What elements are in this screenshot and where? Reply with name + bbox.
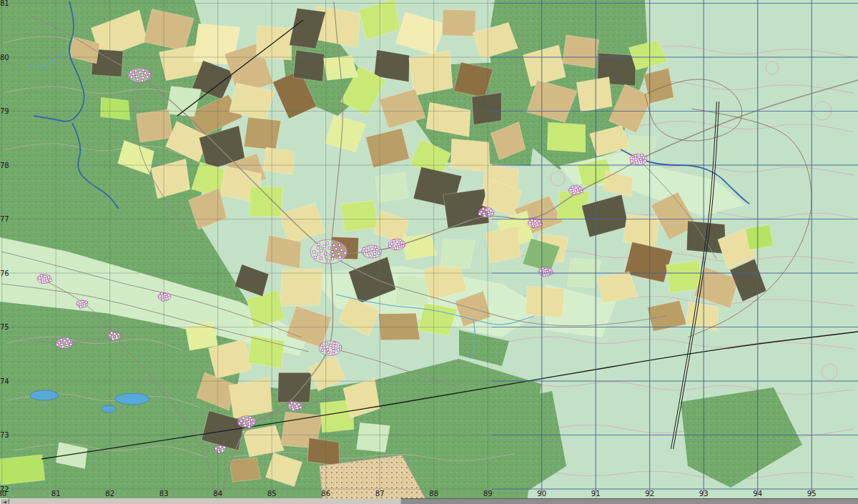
field-parcel <box>485 226 520 263</box>
building <box>296 407 298 409</box>
building <box>46 280 48 282</box>
field-parcel <box>340 201 378 232</box>
horizontal-scrollbar[interactable]: ◄ <box>0 498 858 504</box>
building <box>112 338 114 340</box>
building <box>84 305 86 307</box>
building <box>332 254 334 256</box>
building <box>371 248 373 250</box>
northing-label: 74 <box>0 377 9 385</box>
building <box>248 420 250 423</box>
scrollbar-thumb[interactable] <box>400 498 858 504</box>
field-parcel <box>746 224 774 249</box>
building <box>491 212 493 214</box>
field-parcel <box>230 458 261 482</box>
building <box>363 252 365 255</box>
building <box>490 209 492 212</box>
building <box>369 255 371 257</box>
field-parcel <box>185 322 217 350</box>
building <box>141 74 143 76</box>
building <box>642 157 644 159</box>
village-outline <box>319 341 342 356</box>
building <box>328 247 330 249</box>
building <box>167 294 169 296</box>
field-parcel <box>395 275 430 306</box>
northing-label: 77 <box>0 215 9 223</box>
building <box>82 301 84 303</box>
building <box>248 425 250 428</box>
building <box>330 344 332 346</box>
building <box>335 345 337 347</box>
building <box>66 338 69 340</box>
building <box>636 162 638 164</box>
building <box>365 250 368 252</box>
building <box>571 186 573 188</box>
building <box>376 249 378 251</box>
building <box>135 76 137 78</box>
building <box>332 350 335 352</box>
scrollbar-left-arrow-button[interactable]: ◄ <box>0 498 9 504</box>
easting-label: 94 <box>753 490 762 498</box>
field-parcel <box>101 97 130 120</box>
building <box>332 352 334 355</box>
building <box>320 344 322 346</box>
building <box>332 347 334 349</box>
building <box>80 306 82 308</box>
northing-label: 80 <box>0 54 9 61</box>
field-parcel <box>293 50 325 81</box>
building <box>482 208 484 210</box>
building <box>577 191 579 193</box>
northing-label: 78 <box>0 162 9 169</box>
building <box>373 250 375 252</box>
building <box>252 422 255 424</box>
building <box>640 158 642 160</box>
building <box>223 446 225 448</box>
building <box>40 275 42 277</box>
village-outline <box>128 68 151 83</box>
building <box>294 402 296 405</box>
building <box>573 192 575 194</box>
building <box>246 418 248 420</box>
building <box>134 70 137 72</box>
building <box>575 187 577 189</box>
building <box>339 256 341 258</box>
building <box>132 74 134 76</box>
field-parcel <box>249 187 282 217</box>
building <box>399 239 401 242</box>
building <box>114 332 116 335</box>
building <box>130 76 132 78</box>
building <box>337 349 339 351</box>
building <box>581 190 583 192</box>
easting-label: 85 <box>267 490 277 498</box>
building <box>632 158 634 160</box>
building <box>222 450 224 452</box>
field-parcel <box>136 109 172 142</box>
building <box>631 160 633 162</box>
building <box>327 351 330 353</box>
easting-label: 82 <box>105 490 114 498</box>
building <box>327 260 329 262</box>
field-parcel <box>264 147 295 174</box>
building <box>344 252 346 254</box>
building <box>320 249 322 252</box>
easting-label: 89 <box>483 490 493 498</box>
building <box>49 279 51 281</box>
building <box>166 297 168 300</box>
building <box>332 244 335 247</box>
building <box>41 281 44 283</box>
building <box>61 345 64 347</box>
map-svg[interactable]: 8081828384858687888990919293949581807978… <box>0 0 858 498</box>
building <box>298 403 300 405</box>
easting-label: 86 <box>321 490 330 498</box>
building <box>117 333 119 335</box>
field-parcel <box>576 77 612 112</box>
building <box>220 446 222 448</box>
building <box>242 417 245 419</box>
easting-label: 83 <box>159 490 169 498</box>
building <box>543 274 545 276</box>
building <box>570 189 572 191</box>
building <box>68 340 70 342</box>
building <box>249 423 251 425</box>
map-viewport[interactable]: 8081828384858687888990919293949581807978… <box>0 0 858 498</box>
easting-label: 93 <box>699 490 709 498</box>
field-parcel <box>244 117 281 150</box>
